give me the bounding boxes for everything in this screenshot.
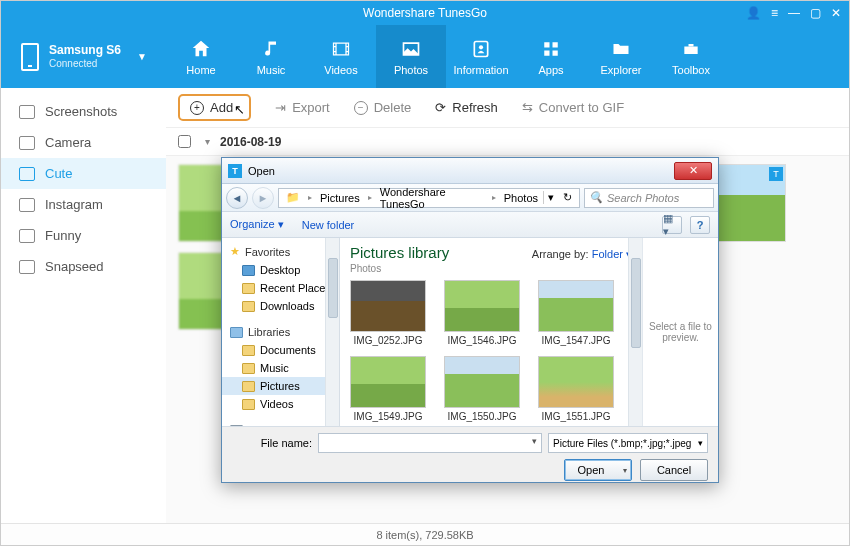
close-icon[interactable]: ✕	[831, 6, 841, 20]
sidebar-item-label: Funny	[45, 228, 81, 243]
select-all-checkbox[interactable]	[178, 135, 191, 148]
view-options-button[interactable]: ▦ ▾	[662, 216, 682, 234]
new-folder-button[interactable]: New folder	[302, 219, 355, 231]
open-button[interactable]: Open	[564, 459, 632, 481]
forward-button[interactable]: ►	[252, 187, 274, 209]
collapse-icon[interactable]: ▾	[205, 136, 210, 147]
sidebar-item-snapseed[interactable]: Snapseed	[1, 251, 166, 282]
arrange-by-button[interactable]: Folder ▾	[592, 248, 632, 260]
sidebar-item-screenshots[interactable]: Screenshots	[1, 96, 166, 127]
phone-icon	[21, 43, 39, 71]
dialog-close-button[interactable]: ✕	[674, 162, 712, 180]
tab-label: Apps	[538, 64, 563, 76]
tree-pictures[interactable]: Pictures	[222, 377, 339, 395]
back-button[interactable]: ◄	[226, 187, 248, 209]
music-icon	[260, 38, 282, 60]
file-name: IMG_1546.JPG	[448, 335, 517, 346]
tree-scrollbar[interactable]	[325, 238, 339, 426]
library-subtitle: Photos	[350, 263, 632, 274]
sidebar-item-instagram[interactable]: Instagram	[1, 189, 166, 220]
sidebar-item-funny[interactable]: Funny	[1, 220, 166, 251]
tree-downloads[interactable]: Downloads	[222, 297, 339, 315]
album-icon	[19, 229, 35, 243]
library-title: Pictures library	[350, 244, 449, 261]
tab-label: Videos	[324, 64, 357, 76]
tab-toolbox[interactable]: Toolbox	[656, 25, 726, 88]
refresh-button[interactable]: ⟳Refresh	[435, 100, 498, 115]
tree-desktop[interactable]: Desktop	[222, 261, 339, 279]
file-name: IMG_1547.JPG	[542, 335, 611, 346]
file-item[interactable]: IMG_1551.JPG	[538, 356, 614, 422]
file-item[interactable]: IMG_1546.JPG	[444, 280, 520, 346]
refresh-icon[interactable]: ↻	[560, 191, 575, 204]
file-thumb	[538, 280, 614, 332]
crumb-item[interactable]: Wondershare TunesGo	[377, 186, 487, 210]
group-header: ▾ 2016-08-19	[166, 128, 849, 156]
svg-rect-5	[553, 50, 558, 55]
toolbox-icon	[680, 38, 702, 60]
export-label: Export	[292, 100, 330, 115]
file-item[interactable]: IMG_0252.JPG	[350, 280, 426, 346]
add-button[interactable]: + Add ↖	[178, 94, 251, 121]
file-name-input[interactable]: ▾	[318, 433, 542, 453]
device-selector[interactable]: Samsung S6 Connected ▼	[1, 25, 166, 88]
video-icon	[330, 38, 352, 60]
dialog-toolbar: Organize ▾ New folder ▦ ▾ ?	[222, 212, 718, 238]
tab-label: Information	[453, 64, 508, 76]
tree-documents[interactable]: Documents	[222, 341, 339, 359]
delete-label: Delete	[374, 100, 412, 115]
tab-videos[interactable]: Videos	[306, 25, 376, 88]
sync-badge-icon: T	[769, 167, 783, 181]
user-icon[interactable]: 👤	[746, 6, 761, 20]
file-item[interactable]: IMG_1547.JPG	[538, 280, 614, 346]
list-scrollbar[interactable]	[628, 238, 642, 426]
minimize-icon[interactable]: —	[788, 6, 800, 20]
tree-computer[interactable]: Computer	[222, 421, 339, 426]
sidebar-item-camera[interactable]: Camera	[1, 127, 166, 158]
convert-gif-button[interactable]: ⇆Convert to GIF	[522, 100, 624, 115]
menu-icon[interactable]: ≡	[771, 6, 778, 20]
cancel-button[interactable]: Cancel	[640, 459, 708, 481]
tab-information[interactable]: Information	[446, 25, 516, 88]
breadcrumb[interactable]: 📁 ▸Pictures ▸Wondershare TunesGo ▸Photos…	[278, 188, 580, 208]
file-item[interactable]: IMG_1550.JPG	[444, 356, 520, 422]
tree-music[interactable]: Music	[222, 359, 339, 377]
export-button[interactable]: ⇥Export	[275, 100, 330, 115]
tab-music[interactable]: Music	[236, 25, 306, 88]
folder-icon	[242, 345, 255, 356]
folder-icon	[242, 399, 255, 410]
folder-icon	[242, 363, 255, 374]
sidebar-item-cute[interactable]: Cute	[1, 158, 166, 189]
sidebar: Screenshots Camera Cute Instagram Funny …	[1, 88, 166, 523]
organize-button[interactable]: Organize ▾	[230, 218, 284, 231]
cursor-icon: ↖	[234, 102, 245, 117]
file-item[interactable]: IMG_1549.JPG	[350, 356, 426, 422]
maximize-icon[interactable]: ▢	[810, 6, 821, 20]
library-icon	[230, 327, 243, 338]
crumb-item[interactable]: Pictures	[317, 192, 363, 204]
chevron-down-icon[interactable]: ▾	[543, 191, 558, 204]
chevron-down-icon[interactable]: ▾	[532, 436, 537, 446]
file-thumb	[444, 280, 520, 332]
dialog-title: Open	[248, 165, 275, 177]
tab-explorer[interactable]: Explorer	[586, 25, 656, 88]
file-name: IMG_0252.JPG	[354, 335, 423, 346]
tab-label: Toolbox	[672, 64, 710, 76]
album-icon	[19, 167, 35, 181]
status-text: 8 item(s), 729.58KB	[376, 529, 473, 541]
search-input[interactable]: 🔍 Search Photos	[584, 188, 714, 208]
crumb-item[interactable]: Photos	[501, 192, 541, 204]
tab-photos[interactable]: Photos	[376, 25, 446, 88]
tree-videos[interactable]: Videos	[222, 395, 339, 413]
delete-button[interactable]: −Delete	[354, 100, 412, 115]
app-icon: T	[228, 164, 242, 178]
help-button[interactable]: ?	[690, 216, 710, 234]
tree-recent[interactable]: Recent Places	[222, 279, 339, 297]
file-type-filter[interactable]: Picture Files (*.bmp;*.jpg;*.jpeg▾	[548, 433, 708, 453]
preview-pane: Select a file to preview.	[642, 238, 718, 426]
tab-apps[interactable]: Apps	[516, 25, 586, 88]
tree-libraries[interactable]: Libraries	[222, 323, 339, 341]
filter-text: Picture Files (*.bmp;*.jpg;*.jpeg	[553, 438, 691, 449]
tree-favorites[interactable]: ★Favorites	[222, 242, 339, 261]
tab-home[interactable]: Home	[166, 25, 236, 88]
